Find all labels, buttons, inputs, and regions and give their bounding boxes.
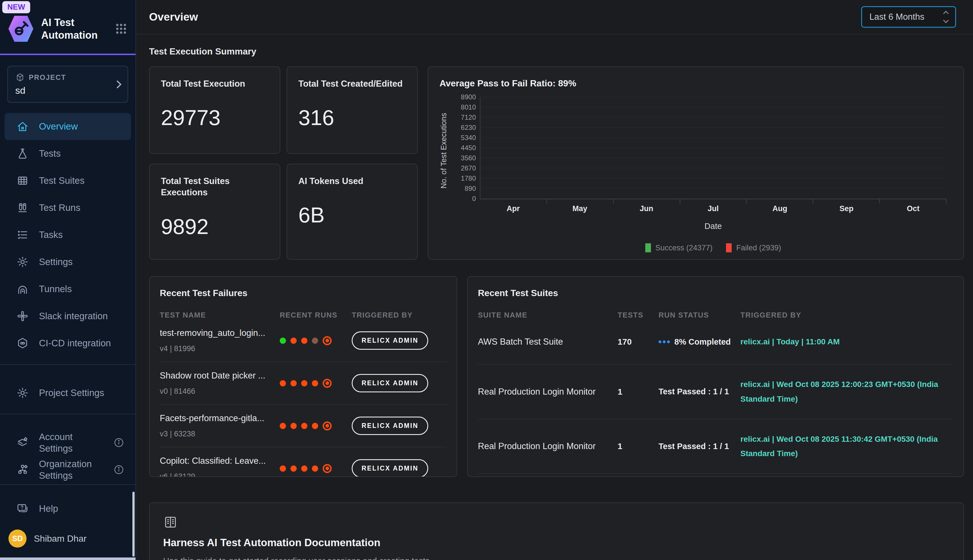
info-icon[interactable]	[113, 437, 124, 448]
run-status-dot-failed[interactable]	[301, 380, 307, 387]
triggered-by-badge[interactable]: RELICX ADMIN	[352, 332, 428, 350]
recent-test-failures-card: Recent Test Failures TEST NAMERECENT RUN…	[149, 276, 457, 477]
suite-status-text: Test Passed : 1 / 1	[658, 387, 729, 396]
sidebar-item-tunnels[interactable]: Tunnels	[5, 275, 131, 303]
run-status-dot-failed[interactable]	[312, 423, 318, 429]
project-selector[interactable]: PROJECT sd	[7, 66, 128, 103]
failures-column-header: TEST NAME	[160, 311, 280, 320]
failures-table-row[interactable]: Facets-performance-gitla...v3 | 63238REL…	[160, 405, 447, 447]
failure-test-name[interactable]: Facets-performance-gitla...	[160, 413, 280, 423]
suite-triggered-by-link[interactable]: relicx.ai | Wed Oct 08 2025 11:30:42 GMT…	[740, 432, 953, 461]
run-status-dot-failed[interactable]	[312, 465, 318, 472]
suite-name[interactable]: Real Production Login Monitor	[478, 387, 618, 397]
failure-test-name[interactable]: Shadow root Date picker ...	[160, 371, 280, 381]
failure-test-meta: v3 | 63238	[160, 430, 280, 438]
failures-table-row[interactable]: Shadow root Date picker ...v0 | 81466REL…	[160, 362, 447, 405]
suite-triggered-by-link[interactable]: relicx.ai | Today | 11:00 AM	[740, 335, 953, 349]
sidebar-item-label: Slack integration	[39, 310, 108, 322]
sidebar-item-label: Settings	[39, 256, 73, 268]
sidebar-item-help[interactable]: ?Help	[5, 495, 131, 522]
run-status-dot-ring[interactable]	[323, 379, 332, 388]
org-gear-icon	[17, 463, 29, 476]
stat-card-title: Total Test Suites Executions	[161, 175, 268, 198]
sidebar-item-label: Organization Settings	[39, 458, 103, 482]
sidebar-item-label: Test Suites	[39, 175, 84, 186]
run-status-dot-failed[interactable]	[301, 465, 307, 472]
failures-header-row: TEST NAMERECENT RUNSTRIGGERED BY	[160, 311, 447, 320]
app-title: AI Test Automation	[41, 16, 106, 42]
sidebar-item-overview[interactable]: Overview	[5, 113, 131, 140]
triggered-by-badge[interactable]: RELICX ADMIN	[352, 417, 428, 435]
run-status-dot-failed[interactable]	[301, 423, 307, 429]
run-status-dot-failed[interactable]	[301, 338, 307, 344]
run-status-dot-success[interactable]	[280, 338, 286, 344]
select-updown-icon	[944, 12, 948, 22]
sidebar-item-tasks[interactable]: Tasks	[5, 221, 131, 248]
project-label: PROJECT	[29, 73, 66, 82]
user-row[interactable]: SD Shibam Dhar	[0, 522, 135, 559]
suites-table-row[interactable]: Real Production Login Monitor1Test Passe…	[478, 420, 953, 474]
failure-test-name[interactable]: test-removing_auto_login...	[160, 328, 280, 338]
run-status-dot-failed[interactable]	[290, 465, 297, 472]
run-status-dot-failed[interactable]	[290, 380, 297, 387]
docs-subtitle: Use this guide to get started recording …	[163, 556, 950, 560]
sidebar-item-label: Overview	[39, 120, 78, 132]
triggered-by-badge[interactable]: RELICX ADMIN	[352, 459, 428, 477]
user-name: Shibam Dhar	[34, 533, 87, 544]
chart-bar-slot-aug	[746, 97, 813, 199]
chart-bar-slot-jun	[614, 97, 680, 199]
sidebar-item-project-settings[interactable]: Project Settings	[5, 379, 131, 407]
sidebar-item-test-runs[interactable]: Test Runs	[5, 194, 131, 221]
grid-icon	[17, 175, 29, 187]
run-status-dot-ring[interactable]	[323, 336, 332, 345]
run-status-dot-ring[interactable]	[323, 464, 332, 473]
suites-table-row[interactable]: AWS Batch Test Suite1708% Completedrelic…	[478, 320, 953, 365]
sidebar-item-ci-cd-integration[interactable]: CI-CD integration	[5, 330, 131, 357]
sidebar-item-account-settings[interactable]: Account Settings	[5, 429, 131, 456]
run-status-dot-failed[interactable]	[280, 423, 286, 429]
date-range-value: Last 6 Months	[870, 12, 925, 22]
suite-name[interactable]: Real Production Login Monitor	[478, 441, 618, 451]
suites-table-row[interactable]: Real Production Login Monitor1Test Passe…	[478, 365, 953, 420]
apps-grid-icon[interactable]	[115, 22, 128, 35]
stat-card-title: AI Tokens Used	[298, 175, 406, 187]
suites-column-header: TESTS	[618, 311, 658, 320]
sidebar-item-tests[interactable]: Tests	[5, 140, 131, 167]
suite-tests-count: 1	[618, 442, 658, 451]
sidebar-nav-account: Account SettingsOrganization Settings	[0, 429, 135, 483]
suite-name[interactable]: AWS Batch Test Suite	[478, 337, 618, 347]
triggered-by-badge[interactable]: RELICX ADMIN	[352, 374, 428, 392]
sidebar-item-label: Test Runs	[39, 202, 80, 213]
cicd-icon	[17, 337, 29, 350]
sidebar-item-settings[interactable]: Settings	[5, 248, 131, 275]
sidebar-vertical-scrollbar[interactable]	[132, 492, 135, 557]
failure-test-name[interactable]: Copilot: Classified: Leave...	[160, 456, 280, 466]
sidebar-item-organization-settings[interactable]: Organization Settings	[5, 456, 131, 483]
run-status-dot-failed[interactable]	[290, 338, 297, 344]
chart-x-label: Jul	[680, 204, 746, 213]
suite-triggered-by-link[interactable]: relicx.ai | Wed Oct 08 2025 12:00:23 GMT…	[740, 377, 953, 407]
sidebar-horizontal-scrollbar[interactable]	[0, 557, 135, 560]
loading-dots-icon	[658, 340, 670, 343]
chart-y-tick: 2670	[461, 164, 476, 172]
date-range-select[interactable]: Last 6 Months	[861, 6, 956, 28]
run-status-dot-ring[interactable]	[323, 422, 332, 430]
sidebar-item-test-suites[interactable]: Test Suites	[5, 167, 131, 194]
run-status-dot-stale[interactable]	[312, 338, 318, 344]
info-icon[interactable]	[113, 464, 124, 475]
run-status-dot-failed[interactable]	[280, 465, 286, 472]
chart-y-tick: 6230	[461, 123, 476, 132]
sidebar-item-slack-integration[interactable]: Slack integration	[5, 303, 131, 330]
failure-test-meta: v0 | 81466	[160, 387, 280, 396]
run-status-dot-failed[interactable]	[312, 380, 318, 387]
failures-table-row[interactable]: test-removing_auto_login...v4 | 81996REL…	[160, 320, 447, 362]
suites-table-row[interactable]: Real Production Login Monitor1Test Passe…	[478, 474, 953, 477]
help-chat-icon: ?	[17, 502, 29, 515]
run-status-dot-failed[interactable]	[280, 380, 286, 387]
avatar: SD	[8, 530, 27, 548]
failures-column-header: TRIGGERED BY	[352, 311, 447, 320]
chart-y-tick: 1780	[461, 175, 476, 182]
failure-name-block: Facets-performance-gitla...v3 | 63238	[160, 413, 280, 438]
failures-table-row[interactable]: Copilot: Classified: Leave...v6 | 63129R…	[160, 447, 447, 477]
run-status-dot-failed[interactable]	[290, 423, 297, 429]
